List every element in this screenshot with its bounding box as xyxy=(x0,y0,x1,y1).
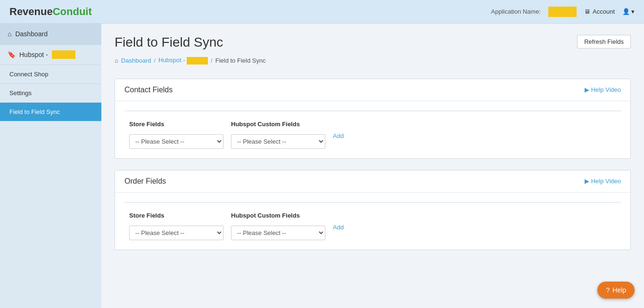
play-icon: ▶ xyxy=(585,86,589,93)
breadcrumb: ⌂ Dashboard / Hubspot - / Field to Field… xyxy=(115,57,266,65)
contact-help-video-button[interactable]: ▶ Help Video xyxy=(585,86,621,93)
contact-store-fields-label: Store Fields xyxy=(129,121,223,128)
app-name-label: Application Name: xyxy=(491,8,541,15)
contact-fields-header: Contact Fields ▶ Help Video xyxy=(115,79,630,101)
help-float-button[interactable]: ? Help xyxy=(597,282,635,299)
breadcrumb-hubspot[interactable]: Hubspot - xyxy=(158,57,208,65)
order-help-video-button[interactable]: ▶ Help Video xyxy=(585,178,621,185)
logo-revenue: Revenue xyxy=(9,6,53,18)
sidebar-item-dashboard[interactable]: ⌂ Dashboard xyxy=(0,24,101,44)
contact-fields-columns: Store Fields -- Please Select -- Hubspot… xyxy=(124,121,621,149)
contact-help-video-label: Help Video xyxy=(591,86,621,93)
breadcrumb-sep-1: / xyxy=(154,57,156,64)
order-fields-header: Order Fields ▶ Help Video xyxy=(115,170,630,193)
order-fields-section: Order Fields ▶ Help Video Store Fields -… xyxy=(115,170,631,250)
title-breadcrumb-area: Field to Field Sync ⌂ Dashboard / Hubspo… xyxy=(115,35,266,74)
home-icon: ⌂ xyxy=(8,30,11,38)
sidebar-nav: Connect Shop Settings Field to Field Syn… xyxy=(0,65,101,121)
order-fields-columns: Store Fields -- Please Select -- Hubspot… xyxy=(124,212,621,240)
contact-fields-section: Contact Fields ▶ Help Video Store Fields… xyxy=(115,79,631,159)
contact-fields-title: Contact Fields xyxy=(124,86,173,94)
user-button[interactable]: 👤 ▾ xyxy=(622,8,635,15)
order-store-fields-group: Store Fields -- Please Select -- xyxy=(129,212,223,240)
breadcrumb-dashboard[interactable]: Dashboard xyxy=(121,57,151,64)
order-fields-divider xyxy=(124,202,621,203)
breadcrumb-home-icon: ⌂ xyxy=(115,57,118,64)
account-icon: 🖥 xyxy=(584,8,590,15)
sidebar-item-connect-shop[interactable]: Connect Shop xyxy=(0,65,101,83)
order-store-fields-select[interactable]: -- Please Select -- xyxy=(129,226,223,240)
contact-add-link[interactable]: Add xyxy=(333,130,344,139)
settings-label: Settings xyxy=(9,89,32,97)
header-right: Application Name: 🖥 Account 👤 ▾ xyxy=(491,7,635,17)
hubspot-badge xyxy=(52,50,75,59)
main-content: Field to Field Sync ⌂ Dashboard / Hubspo… xyxy=(101,24,644,308)
field-sync-label: Field to Field Sync xyxy=(9,108,60,115)
layout: ⌂ Dashboard 🔖 Hubspot - Connect Shop Set… xyxy=(0,24,644,308)
contact-fields-area: Store Fields -- Please Select -- Hubspot… xyxy=(115,101,630,158)
order-hubspot-fields-select[interactable]: -- Please Select -- xyxy=(231,226,325,240)
contact-store-fields-select[interactable]: -- Please Select -- xyxy=(129,134,223,149)
breadcrumb-sep-2: / xyxy=(211,57,213,64)
contact-store-fields-group: Store Fields -- Please Select -- xyxy=(129,121,223,149)
dashboard-label: Dashboard xyxy=(15,30,48,38)
breadcrumb-hubspot-badge xyxy=(187,57,208,65)
bookmark-icon: 🔖 xyxy=(8,51,16,58)
logo-conduit: Conduit xyxy=(53,6,92,18)
contact-fields-divider xyxy=(124,111,621,111)
order-hubspot-fields-label: Hubspot Custom Fields xyxy=(231,212,325,219)
account-button[interactable]: 🖥 Account xyxy=(584,8,615,15)
sidebar-item-field-to-field-sync[interactable]: Field to Field Sync xyxy=(0,102,101,121)
order-help-video-label: Help Video xyxy=(591,178,621,185)
help-float-label: Help xyxy=(612,286,626,294)
account-label: Account xyxy=(593,8,615,15)
hubspot-label: Hubspot - xyxy=(19,51,48,58)
user-icon: 👤 xyxy=(622,8,630,15)
sidebar: ⌂ Dashboard 🔖 Hubspot - Connect Shop Set… xyxy=(0,24,101,308)
sidebar-item-settings[interactable]: Settings xyxy=(0,83,101,102)
order-fields-area: Store Fields -- Please Select -- Hubspot… xyxy=(115,193,630,250)
contact-hubspot-fields-label: Hubspot Custom Fields xyxy=(231,121,325,128)
breadcrumb-current: Field to Field Sync xyxy=(215,57,266,64)
order-play-icon: ▶ xyxy=(585,178,589,185)
header: Revenue Conduit Application Name: 🖥 Acco… xyxy=(0,0,644,24)
logo: Revenue Conduit xyxy=(9,6,92,18)
contact-hubspot-fields-select[interactable]: -- Please Select -- xyxy=(231,134,325,149)
refresh-fields-button[interactable]: Refresh Fields xyxy=(577,35,631,49)
order-add-link[interactable]: Add xyxy=(333,221,344,231)
help-circle-icon: ? xyxy=(606,286,610,294)
order-hubspot-fields-group: Hubspot Custom Fields -- Please Select -… xyxy=(231,212,325,240)
top-actions: Field to Field Sync ⌂ Dashboard / Hubspo… xyxy=(115,35,631,74)
user-chevron: ▾ xyxy=(631,8,635,15)
page-title: Field to Field Sync xyxy=(115,35,266,50)
sidebar-item-hubspot[interactable]: 🔖 Hubspot - xyxy=(0,44,101,65)
contact-hubspot-fields-group: Hubspot Custom Fields -- Please Select -… xyxy=(231,121,325,149)
app-name-box xyxy=(548,7,577,17)
order-fields-title: Order Fields xyxy=(124,177,166,186)
order-store-fields-label: Store Fields xyxy=(129,212,223,219)
connect-shop-label: Connect Shop xyxy=(9,71,48,78)
